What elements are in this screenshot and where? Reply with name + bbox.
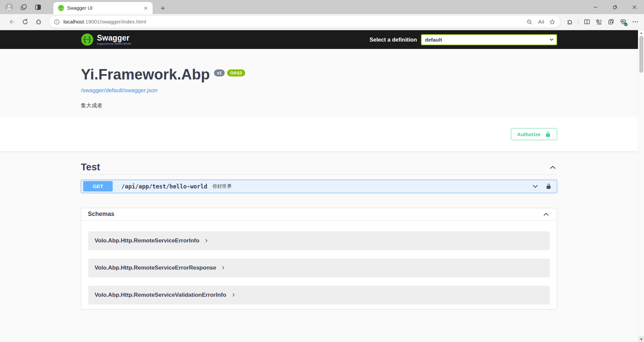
browser-essentials-button[interactable]: [618, 16, 629, 27]
window-close-button[interactable]: [625, 0, 644, 14]
split-screen-icon: [584, 18, 590, 25]
url-text[interactable]: localhost:19001/swagger/index.html: [63, 19, 524, 25]
tag-title: Test: [81, 162, 100, 173]
profile-button[interactable]: [3, 1, 15, 13]
favorites-button[interactable]: [594, 16, 604, 27]
chevron-right-icon: [221, 266, 225, 270]
collapse-schemas-button[interactable]: [542, 210, 550, 218]
spec-json-link[interactable]: /swagger/default/swagger.json: [81, 87, 158, 94]
chevron-up-icon: [549, 164, 556, 171]
home-button[interactable]: [33, 16, 44, 27]
smartbear-subtitle: Supported by SMARTBEAR: [97, 43, 131, 45]
site-info-icon[interactable]: [54, 19, 60, 25]
back-arrow-icon: [8, 18, 15, 25]
tab-title: Swagger UI: [67, 5, 142, 11]
operation-path: /api/app/test/hello-world: [121, 183, 207, 190]
new-tab-button[interactable]: [158, 3, 168, 13]
window-restore-button[interactable]: [605, 0, 625, 14]
workspaces-icon: [20, 4, 27, 11]
tab-actions-button[interactable]: [32, 1, 44, 13]
window-minimize-button[interactable]: [586, 0, 605, 14]
unlocked-padlock-icon: [545, 131, 551, 137]
browser-titlebar: {…} Swagger UI: [0, 0, 644, 14]
scroll-up-arrow-icon[interactable]: ▲: [638, 30, 644, 36]
address-bar[interactable]: localhost:19001/swagger/index.html: [49, 16, 560, 28]
authorize-label: Authorize: [517, 131, 540, 137]
favorite-star-button[interactable]: [547, 17, 557, 27]
avatar: [5, 3, 13, 11]
avatar-icon: [5, 3, 13, 11]
schemas-header[interactable]: Schemas: [81, 208, 557, 221]
tab-layout-icon: [35, 4, 42, 11]
refresh-icon: [22, 18, 29, 25]
home-icon: [35, 18, 42, 25]
zoom-out-icon: [526, 19, 533, 25]
chevron-right-icon: [231, 293, 236, 297]
extensions-puzzle-icon: [567, 18, 573, 25]
operation-get-hello-world[interactable]: GET /api/app/test/hello-world 你好世界: [81, 180, 557, 193]
model-row-remote-service-error-response[interactable]: Volo.Abp.Http.RemoteServiceErrorResponse: [88, 259, 550, 277]
check-icon: [625, 23, 627, 25]
page-scrollbar[interactable]: ▲ ▼: [638, 30, 644, 342]
method-badge: GET: [83, 181, 113, 191]
expand-operation-button[interactable]: [531, 182, 539, 190]
definition-select[interactable]: default: [421, 34, 557, 45]
swagger-logo[interactable]: Swagger Supported by SMARTBEAR: [81, 33, 131, 46]
url-path: :19001/swagger/index.html: [84, 19, 146, 24]
restore-icon: [613, 5, 617, 9]
model-row-remote-service-validation-error-info[interactable]: Volo.Abp.Http.RemoteServiceValidationErr…: [88, 286, 550, 304]
collections-button[interactable]: [606, 16, 616, 27]
model-name: Volo.Abp.Http.RemoteServiceErrorResponse: [95, 265, 216, 271]
operation-summary: 你好世界: [212, 183, 232, 189]
plus-icon: [160, 6, 165, 11]
workspaces-button[interactable]: [18, 1, 29, 13]
chevron-right-icon: [204, 238, 209, 243]
split-screen-button[interactable]: [582, 16, 592, 27]
select-definition-label: Select a definition: [370, 37, 417, 43]
back-button[interactable]: [6, 16, 17, 27]
minimize-icon: [593, 5, 598, 9]
more-ellipsis-icon: [632, 18, 639, 25]
essentials-ok-badge: [624, 23, 628, 26]
swagger-topbar: Swagger Supported by SMARTBEAR Select a …: [0, 30, 638, 49]
settings-more-button[interactable]: [630, 16, 641, 27]
url-host: localhost: [63, 19, 84, 24]
close-icon: [632, 5, 637, 9]
version-badge: v1: [214, 69, 225, 76]
schemas-section: Schemas Volo.Abp.Http.RemoteServiceError…: [74, 208, 564, 323]
star-icon: [549, 19, 555, 25]
browser-toolbar: localhost:19001/swagger/index.html: [0, 14, 644, 30]
toolbar-divider: [578, 18, 579, 25]
tag-section-test: Test GET /api/app/test/hello-world 你好世界: [74, 157, 564, 193]
extensions-button[interactable]: [565, 16, 575, 27]
collections-icon: [608, 18, 614, 25]
api-title: Yi.Framework.Abp: [81, 66, 210, 82]
swagger-logo-text: Swagger: [97, 34, 131, 42]
collapse-tag-button[interactable]: [548, 163, 557, 172]
model-name: Volo.Abp.Http.RemoteServiceErrorInfo: [95, 237, 199, 244]
api-description: 集大成者: [81, 102, 557, 109]
operation-auth-button[interactable]: [545, 183, 552, 190]
read-aloud-button[interactable]: [536, 17, 546, 27]
model-row-remote-service-error-info[interactable]: Volo.Abp.Http.RemoteServiceErrorInfo: [88, 231, 550, 250]
scrollbar-thumb[interactable]: [639, 36, 643, 73]
close-icon: [144, 6, 148, 10]
chevron-down-icon: [532, 183, 539, 190]
refresh-button[interactable]: [19, 16, 31, 27]
read-aloud-icon: [537, 19, 544, 25]
zoom-out-button[interactable]: [524, 17, 534, 27]
padlock-icon: [546, 183, 551, 189]
scheme-container: Authorize: [0, 117, 638, 152]
swagger-logo-icon: [81, 33, 94, 46]
api-info-section: Yi.Framework.Abp v1 OAS3 /swagger/defaul…: [74, 49, 564, 109]
tag-header-test[interactable]: Test: [81, 157, 557, 174]
authorize-button[interactable]: Authorize: [511, 128, 557, 140]
tab-close-button[interactable]: [142, 4, 149, 12]
oas3-badge: OAS3: [227, 69, 245, 76]
scroll-down-arrow-icon[interactable]: ▼: [638, 336, 644, 342]
swagger-page: Swagger Supported by SMARTBEAR Select a …: [0, 30, 638, 342]
browser-tab-swagger-ui[interactable]: {…} Swagger UI: [53, 2, 153, 14]
schemas-title: Schemas: [88, 211, 114, 218]
model-name: Volo.Abp.Http.RemoteServiceValidationErr…: [95, 292, 226, 298]
chevron-up-icon: [543, 211, 549, 218]
